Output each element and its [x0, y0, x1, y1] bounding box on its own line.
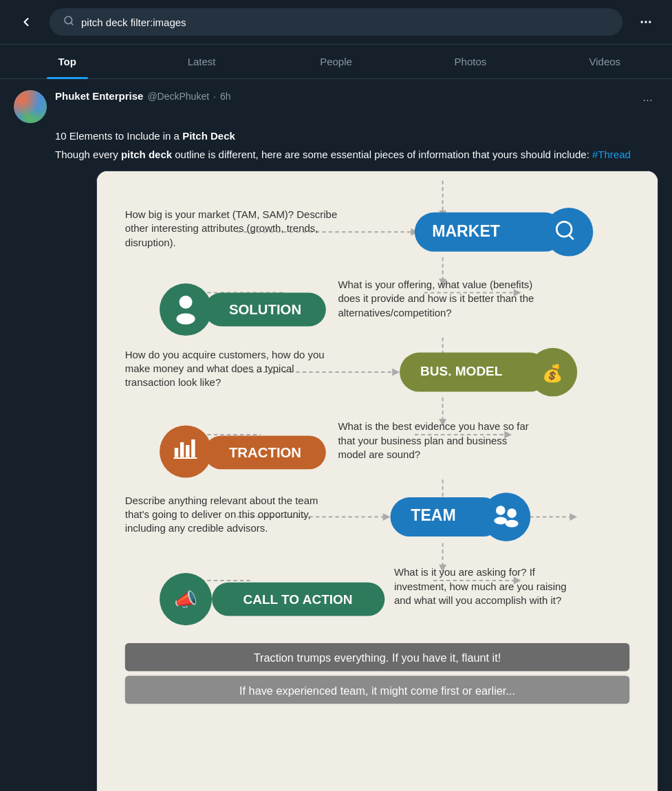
- svg-text:model are sound?: model are sound?: [338, 448, 420, 460]
- tab-photos[interactable]: Photos: [403, 45, 537, 78]
- svg-rect-55: [180, 442, 184, 457]
- tweet-text: Though every pitch deck outline is diffe…: [55, 147, 658, 163]
- svg-text:TRACTION: TRACTION: [229, 445, 301, 460]
- svg-text:alternatives/competition?: alternatives/competition?: [338, 307, 451, 318]
- search-icon: [63, 15, 74, 29]
- svg-text:What is the best evidence you : What is the best evidence you have so fa…: [338, 420, 528, 432]
- display-name: Phuket Enterprise: [55, 90, 143, 102]
- svg-text:and what will you accomplish w: and what will you accomplish with it?: [394, 594, 561, 606]
- tweet-time: 6h: [220, 91, 231, 102]
- svg-text:disruption).: disruption).: [125, 237, 176, 248]
- svg-text:If have experienced team, it m: If have experienced team, it might come …: [239, 684, 515, 697]
- tab-people[interactable]: People: [269, 45, 403, 78]
- svg-text:transaction look like?: transaction look like?: [125, 376, 221, 388]
- handle: @DeckPhuket: [147, 91, 209, 102]
- svg-text:Traction trumps everything. If: Traction trumps everything. If you have …: [254, 651, 501, 664]
- svg-point-2: [641, 21, 643, 23]
- tweet-title: 10 Elements to Include in a Pitch Deck: [55, 129, 658, 144]
- header: pitch deck filter:images: [0, 0, 672, 45]
- svg-point-26: [160, 283, 212, 336]
- svg-text:does it provide and how is it : does it provide and how is it better tha…: [338, 292, 534, 304]
- svg-text:What is it you are asking for?: What is it you are asking for? If: [394, 566, 536, 578]
- svg-point-27: [180, 296, 193, 309]
- svg-text:investment, how much are you r: investment, how much are you raising: [394, 581, 567, 592]
- svg-text:other interesting attributes (: other interesting attributes (growth, tr…: [125, 222, 318, 234]
- tweet-meta: Phuket Enterprise @DeckPhuket · 6h: [55, 90, 629, 102]
- tweet-body: 10 Elements to Include in a Pitch Deck T…: [55, 129, 658, 791]
- tab-top[interactable]: Top: [0, 45, 134, 78]
- svg-text:including any credible advisor: including any credible advisors.: [125, 522, 268, 534]
- svg-line-1: [71, 23, 73, 25]
- svg-point-16: [545, 208, 594, 257]
- svg-text:that's going to deliver on thi: that's going to deliver on this opportun…: [125, 508, 311, 520]
- svg-point-3: [644, 21, 647, 23]
- svg-text:CALL TO ACTION: CALL TO ACTION: [243, 592, 353, 607]
- tab-videos[interactable]: Videos: [538, 45, 672, 78]
- svg-point-78: [507, 508, 517, 518]
- infographic-svg: How big is your market (TAM, SAM)? Descr…: [97, 171, 658, 791]
- tweet-more-button[interactable]: ···: [637, 90, 658, 110]
- svg-text:💰: 💰: [542, 363, 563, 384]
- svg-rect-56: [186, 445, 189, 457]
- svg-text:BUS. MODEL: BUS. MODEL: [420, 364, 503, 378]
- svg-text:SOLUTION: SOLUTION: [229, 302, 301, 317]
- svg-text:📣: 📣: [174, 588, 197, 611]
- search-tabs: Top Latest People Photos Videos: [0, 45, 672, 79]
- svg-text:TEAM: TEAM: [411, 506, 455, 524]
- separator: ·: [213, 91, 216, 102]
- svg-text:How do you acquire customers, : How do you acquire customers, how do you: [125, 349, 325, 360]
- svg-point-79: [506, 520, 519, 528]
- svg-point-28: [176, 313, 195, 324]
- svg-text:MARKET: MARKET: [432, 222, 500, 240]
- tab-latest[interactable]: Latest: [134, 45, 268, 78]
- svg-point-74: [482, 492, 531, 541]
- infographic-image: How big is your market (TAM, SAM)? Descr…: [96, 171, 658, 791]
- avatar: [14, 90, 47, 123]
- search-query-text: pitch deck filter:images: [81, 17, 609, 28]
- svg-text:How big is your market (TAM, S: How big is your market (TAM, SAM)? Descr…: [125, 208, 338, 220]
- thread-link[interactable]: #Thread: [592, 149, 631, 160]
- svg-text:make money and what does a typ: make money and what does a typical: [125, 362, 294, 374]
- svg-point-4: [649, 21, 651, 23]
- more-options-button[interactable]: [633, 10, 658, 34]
- svg-text:that your business plan and bu: that your business plan and business: [338, 435, 507, 446]
- tweet-header: Phuket Enterprise @DeckPhuket · 6h ···: [14, 90, 658, 123]
- svg-rect-57: [191, 440, 195, 457]
- svg-text:Describe anything relevant abo: Describe anything relevant about the tea…: [125, 495, 318, 506]
- back-button[interactable]: [14, 10, 39, 34]
- svg-point-76: [496, 506, 506, 515]
- search-bar[interactable]: pitch deck filter:images: [50, 8, 622, 36]
- svg-point-77: [494, 517, 507, 525]
- svg-point-53: [160, 425, 212, 477]
- svg-text:What is your offering, what va: What is your offering, what value (benef…: [338, 279, 532, 290]
- tweet: Phuket Enterprise @DeckPhuket · 6h ··· 1…: [0, 79, 672, 791]
- svg-rect-54: [175, 448, 178, 457]
